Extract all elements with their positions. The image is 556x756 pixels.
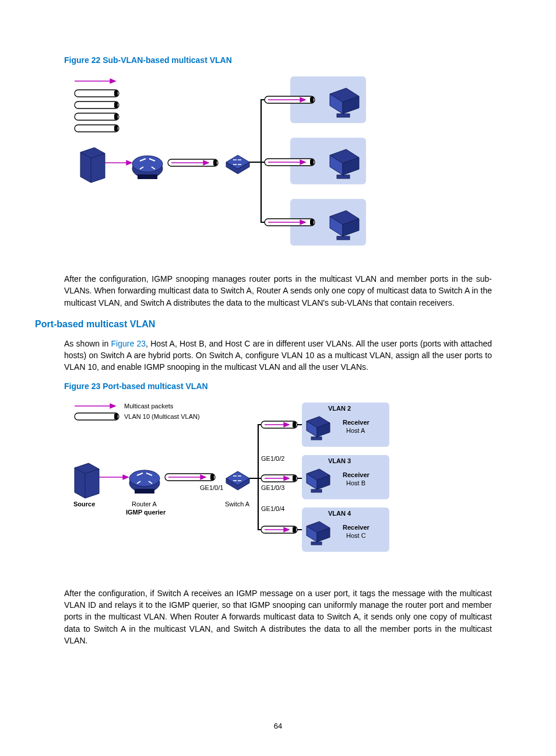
svg-rect-20	[213, 160, 217, 166]
vlan3-label: VLAN 3	[328, 457, 351, 464]
ge103-label: GE1/0/3	[261, 484, 284, 491]
igmp-querier-label: IGMP querier	[126, 509, 166, 516]
svg-rect-7	[75, 125, 119, 132]
source-label: Source	[73, 501, 95, 508]
legend-multicast-label: Multicast packets	[124, 402, 174, 410]
svg-rect-42	[135, 489, 154, 494]
paragraph-2: As shown in Figure 23, Host A, Host B, a…	[64, 338, 492, 373]
svg-rect-26	[310, 159, 314, 165]
receiver-b-label: Receiver	[343, 471, 370, 478]
svg-rect-48	[293, 422, 296, 428]
receiver-a-label: Receiver	[343, 419, 370, 426]
router-icon	[132, 156, 163, 179]
svg-point-16	[132, 156, 163, 172]
source-icon-2	[75, 463, 99, 498]
svg-rect-54	[293, 527, 296, 533]
svg-rect-14	[337, 236, 350, 240]
switch-icon-2	[226, 471, 249, 490]
switch-icon	[226, 155, 249, 174]
svg-rect-1	[75, 90, 119, 97]
host-c-label: Host C	[346, 532, 366, 539]
paragraph-3: After the configuration, if Switch A rec…	[64, 587, 492, 646]
figure-23-diagram: Multicast packets VLAN 10 (Multicast VLA…	[69, 397, 395, 573]
svg-rect-45	[210, 474, 214, 480]
svg-rect-17	[138, 174, 157, 179]
svg-rect-51	[293, 475, 296, 481]
vlan2-label: VLAN 2	[328, 405, 351, 412]
svg-rect-39	[311, 542, 322, 545]
ge101-label: GE1/0/1	[200, 484, 223, 491]
svg-rect-32	[75, 413, 119, 420]
svg-rect-5	[75, 113, 119, 120]
figure-23-link[interactable]: Figure 23	[111, 339, 146, 348]
svg-point-41	[129, 470, 160, 487]
svg-rect-2	[114, 90, 118, 96]
legend-vlan10-label: VLAN 10 (Multicast VLAN)	[124, 413, 200, 420]
router-icon-2	[129, 470, 160, 494]
ge102-label: GE1/0/2	[261, 455, 284, 462]
receiver-c-label: Receiver	[343, 524, 370, 531]
svg-rect-8	[114, 125, 118, 131]
svg-rect-3	[75, 102, 119, 108]
paragraph-1: After the configuration, IGMP snooping m…	[64, 273, 492, 309]
switch-a-label: Switch A	[225, 501, 250, 508]
figure-22-diagram	[69, 71, 372, 259]
figure-23-caption: Figure 23 Port-based multicast VLAN	[64, 382, 492, 391]
host-b-label: Host B	[346, 480, 365, 487]
source-icon	[80, 148, 105, 183]
svg-rect-13	[337, 175, 350, 178]
svg-rect-23	[310, 97, 314, 103]
svg-rect-38	[311, 489, 322, 492]
section-heading-port-based: Port-based multicast VLAN	[35, 319, 492, 330]
paragraph-2-a: As shown in	[64, 339, 111, 348]
page-number: 64	[0, 722, 556, 730]
figure-22-caption: Figure 22 Sub-VLAN-based multicast VLAN	[64, 55, 492, 65]
svg-rect-12	[337, 114, 350, 117]
svg-rect-37	[311, 437, 322, 440]
host-a-label: Host A	[346, 427, 365, 434]
ge104-label: GE1/0/4	[261, 505, 284, 512]
router-a-label: Router A	[132, 501, 157, 508]
vlan4-label: VLAN 4	[328, 510, 351, 517]
svg-rect-4	[114, 102, 118, 108]
svg-rect-33	[114, 414, 118, 419]
svg-rect-6	[114, 114, 118, 120]
svg-rect-29	[310, 219, 314, 225]
